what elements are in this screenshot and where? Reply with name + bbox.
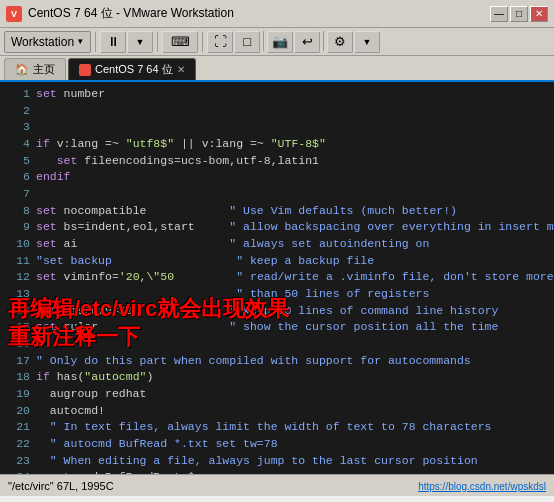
tab-home-label: 主页 — [33, 62, 55, 77]
tab-bar: 🏠 主页 CentOS 7 64 位 ✕ — [0, 56, 554, 82]
overlay-text-chinese: 再编辑/etc/virc就会出现效果 重新注释一下 — [0, 293, 554, 354]
app-icon: V — [6, 6, 22, 22]
separator-4 — [263, 31, 264, 51]
separator-1 — [95, 32, 96, 52]
separator-3 — [202, 32, 203, 52]
overlay-line-2: 重新注释一下 — [8, 323, 546, 352]
blog-url[interactable]: https://blog.csdn.net/wpskdsl — [418, 481, 546, 492]
workstation-menu[interactable]: Workstation ▼ — [4, 31, 91, 53]
maximize-button[interactable]: □ — [510, 6, 528, 22]
media-controls: ⏸ ▼ — [100, 31, 153, 53]
tab-home[interactable]: 🏠 主页 — [4, 58, 66, 80]
status-bar: "/etc/virc" 67L, 1995C https://blog.csdn… — [0, 474, 554, 496]
tab-close-button[interactable]: ✕ — [177, 64, 185, 75]
status-left: "/etc/virc" 67L, 1995C — [8, 480, 114, 492]
vm-controls: ⛶ □ 📷 ↩ ⚙ ▼ — [207, 31, 380, 53]
snap-button[interactable]: 📷 — [267, 31, 293, 53]
workstation-label: Workstation — [11, 35, 74, 49]
unity-button[interactable]: □ — [234, 31, 260, 53]
send-keys-button[interactable]: ⌨ — [162, 31, 198, 53]
chevron-down-icon: ▼ — [76, 37, 84, 46]
play-dropdown-button[interactable]: ▼ — [127, 31, 153, 53]
home-icon: 🏠 — [15, 63, 29, 76]
more-button[interactable]: ▼ — [354, 31, 380, 53]
fullscreen-button[interactable]: ⛶ — [207, 31, 233, 53]
vm-icon — [79, 64, 91, 76]
terminal-content: 1set number 2 3 4if v:lang =~ "utf8$" ||… — [6, 86, 548, 474]
revert-button[interactable]: ↩ — [294, 31, 320, 53]
window-controls: — □ ✕ — [490, 6, 548, 22]
file-status: "/etc/virc" 67L, 1995C — [8, 480, 114, 492]
settings-button[interactable]: ⚙ — [327, 31, 353, 53]
separator-5 — [323, 31, 324, 51]
tab-centos[interactable]: CentOS 7 64 位 ✕ — [68, 58, 196, 80]
title-bar: V CentOS 7 64 位 - VMware Workstation — □… — [0, 0, 554, 28]
pause-button[interactable]: ⏸ — [100, 31, 126, 53]
window-title: CentOS 7 64 位 - VMware Workstation — [28, 5, 490, 22]
terminal-area[interactable]: 1set number 2 3 4if v:lang =~ "utf8$" ||… — [0, 82, 554, 474]
minimize-button[interactable]: — — [490, 6, 508, 22]
menu-bar: Workstation ▼ ⏸ ▼ ⌨ ⛶ □ 📷 ↩ ⚙ ▼ — [0, 28, 554, 56]
status-right: https://blog.csdn.net/wpskdsl — [418, 480, 546, 492]
separator-2 — [157, 32, 158, 52]
close-button[interactable]: ✕ — [530, 6, 548, 22]
overlay-line-1: 再编辑/etc/virc就会出现效果 — [8, 295, 546, 324]
tab-centos-label: CentOS 7 64 位 — [95, 62, 173, 77]
